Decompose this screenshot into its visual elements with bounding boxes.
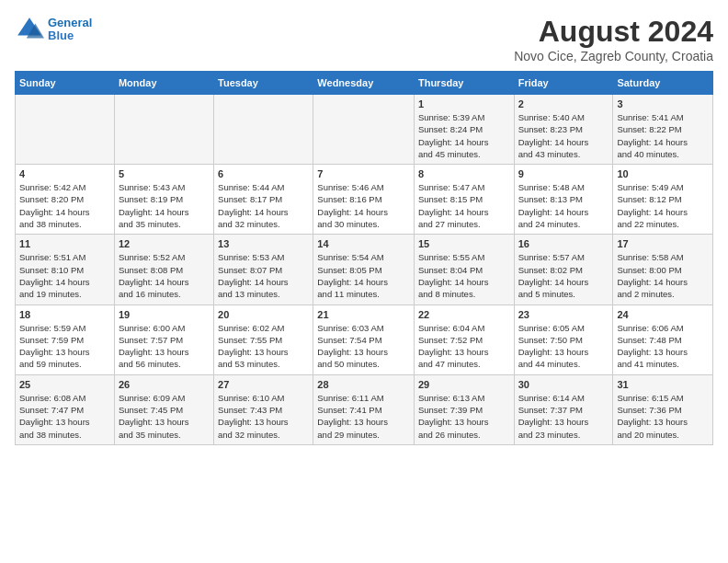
calendar-cell: 3Sunrise: 5:41 AM Sunset: 8:22 PM Daylig… xyxy=(613,95,713,165)
calendar-cell xyxy=(16,95,115,165)
day-info: Sunrise: 6:13 AM Sunset: 7:39 PM Dayligh… xyxy=(418,392,510,441)
day-info: Sunrise: 5:53 AM Sunset: 8:07 PM Dayligh… xyxy=(218,251,309,300)
calendar-cell: 9Sunrise: 5:48 AM Sunset: 8:13 PM Daylig… xyxy=(514,165,613,235)
calendar-week-row: 18Sunrise: 5:59 AM Sunset: 7:59 PM Dayli… xyxy=(16,304,713,374)
day-info: Sunrise: 5:39 AM Sunset: 8:24 PM Dayligh… xyxy=(418,111,510,160)
day-of-week-header: Thursday xyxy=(414,72,514,95)
day-info: Sunrise: 6:10 AM Sunset: 7:43 PM Dayligh… xyxy=(218,392,309,441)
calendar-cell: 1Sunrise: 5:39 AM Sunset: 8:24 PM Daylig… xyxy=(414,95,514,165)
calendar-week-row: 4Sunrise: 5:42 AM Sunset: 8:20 PM Daylig… xyxy=(16,165,713,235)
day-number: 31 xyxy=(617,379,709,390)
day-number: 11 xyxy=(19,238,110,249)
day-info: Sunrise: 6:06 AM Sunset: 7:48 PM Dayligh… xyxy=(617,322,709,371)
day-info: Sunrise: 5:49 AM Sunset: 8:12 PM Dayligh… xyxy=(617,181,709,230)
calendar-cell: 19Sunrise: 6:00 AM Sunset: 7:57 PM Dayli… xyxy=(114,304,213,374)
calendar-cell: 23Sunrise: 6:05 AM Sunset: 7:50 PM Dayli… xyxy=(514,304,613,374)
calendar-cell: 7Sunrise: 5:46 AM Sunset: 8:16 PM Daylig… xyxy=(313,165,415,235)
day-info: Sunrise: 5:46 AM Sunset: 8:16 PM Dayligh… xyxy=(317,181,410,230)
calendar-week-row: 11Sunrise: 5:51 AM Sunset: 8:10 PM Dayli… xyxy=(16,235,713,304)
calendar-cell xyxy=(114,95,213,165)
calendar-cell: 31Sunrise: 6:15 AM Sunset: 7:36 PM Dayli… xyxy=(613,374,713,444)
calendar-cell: 12Sunrise: 5:52 AM Sunset: 8:08 PM Dayli… xyxy=(114,235,213,304)
day-number: 9 xyxy=(518,168,609,179)
calendar-cell: 6Sunrise: 5:44 AM Sunset: 8:17 PM Daylig… xyxy=(214,165,313,235)
calendar-cell: 27Sunrise: 6:10 AM Sunset: 7:43 PM Dayli… xyxy=(214,374,313,444)
day-number: 26 xyxy=(119,379,210,390)
calendar-cell: 18Sunrise: 5:59 AM Sunset: 7:59 PM Dayli… xyxy=(16,304,115,374)
day-number: 4 xyxy=(19,168,110,179)
day-number: 28 xyxy=(317,379,410,390)
day-info: Sunrise: 5:44 AM Sunset: 8:17 PM Dayligh… xyxy=(218,181,309,230)
calendar-cell: 2Sunrise: 5:40 AM Sunset: 8:23 PM Daylig… xyxy=(514,95,613,165)
day-number: 30 xyxy=(518,379,609,390)
day-info: Sunrise: 5:57 AM Sunset: 8:02 PM Dayligh… xyxy=(518,251,609,300)
calendar-week-row: 1Sunrise: 5:39 AM Sunset: 8:24 PM Daylig… xyxy=(16,95,713,165)
day-info: Sunrise: 6:08 AM Sunset: 7:47 PM Dayligh… xyxy=(19,392,110,441)
day-number: 15 xyxy=(418,238,510,249)
day-number: 18 xyxy=(19,309,110,320)
calendar-cell: 8Sunrise: 5:47 AM Sunset: 8:15 PM Daylig… xyxy=(414,165,514,235)
day-info: Sunrise: 5:40 AM Sunset: 8:23 PM Dayligh… xyxy=(518,111,609,160)
day-info: Sunrise: 5:58 AM Sunset: 8:00 PM Dayligh… xyxy=(617,251,709,300)
day-info: Sunrise: 5:42 AM Sunset: 8:20 PM Dayligh… xyxy=(19,181,110,230)
day-number: 5 xyxy=(119,168,210,179)
location-subtitle: Novo Cice, Zagreb County, Croatia xyxy=(514,49,713,63)
calendar-table: SundayMondayTuesdayWednesdayThursdayFrid… xyxy=(15,71,713,445)
calendar-cell: 29Sunrise: 6:13 AM Sunset: 7:39 PM Dayli… xyxy=(414,374,514,444)
calendar-cell: 17Sunrise: 5:58 AM Sunset: 8:00 PM Dayli… xyxy=(613,235,713,304)
day-info: Sunrise: 5:52 AM Sunset: 8:08 PM Dayligh… xyxy=(119,251,210,300)
calendar-cell: 30Sunrise: 6:14 AM Sunset: 7:37 PM Dayli… xyxy=(514,374,613,444)
day-of-week-header: Sunday xyxy=(16,72,115,95)
day-of-week-header: Tuesday xyxy=(214,72,313,95)
day-number: 10 xyxy=(617,168,709,179)
calendar-cell: 15Sunrise: 5:55 AM Sunset: 8:04 PM Dayli… xyxy=(414,235,514,304)
calendar-cell: 26Sunrise: 6:09 AM Sunset: 7:45 PM Dayli… xyxy=(114,374,213,444)
day-info: Sunrise: 6:05 AM Sunset: 7:50 PM Dayligh… xyxy=(518,322,609,371)
day-info: Sunrise: 6:02 AM Sunset: 7:55 PM Dayligh… xyxy=(218,322,309,371)
day-info: Sunrise: 5:59 AM Sunset: 7:59 PM Dayligh… xyxy=(19,322,110,371)
logo: General Blue xyxy=(15,15,92,44)
calendar-cell: 13Sunrise: 5:53 AM Sunset: 8:07 PM Dayli… xyxy=(214,235,313,304)
day-of-week-header: Wednesday xyxy=(313,72,415,95)
day-number: 1 xyxy=(418,98,510,109)
day-number: 19 xyxy=(119,309,210,320)
day-number: 24 xyxy=(617,309,709,320)
day-number: 13 xyxy=(218,238,309,249)
calendar-cell: 4Sunrise: 5:42 AM Sunset: 8:20 PM Daylig… xyxy=(16,165,115,235)
calendar-cell: 11Sunrise: 5:51 AM Sunset: 8:10 PM Dayli… xyxy=(16,235,115,304)
day-info: Sunrise: 6:14 AM Sunset: 7:37 PM Dayligh… xyxy=(518,392,609,441)
day-number: 14 xyxy=(317,238,410,249)
day-number: 29 xyxy=(418,379,510,390)
day-info: Sunrise: 5:51 AM Sunset: 8:10 PM Dayligh… xyxy=(19,251,110,300)
calendar-cell: 5Sunrise: 5:43 AM Sunset: 8:19 PM Daylig… xyxy=(114,165,213,235)
day-info: Sunrise: 6:00 AM Sunset: 7:57 PM Dayligh… xyxy=(119,322,210,371)
calendar-cell xyxy=(214,95,313,165)
day-number: 22 xyxy=(418,309,510,320)
logo-text: General Blue xyxy=(48,17,92,43)
day-number: 12 xyxy=(119,238,210,249)
day-info: Sunrise: 6:03 AM Sunset: 7:54 PM Dayligh… xyxy=(317,322,410,371)
day-info: Sunrise: 6:15 AM Sunset: 7:36 PM Dayligh… xyxy=(617,392,709,441)
title-area: August 2024 Novo Cice, Zagreb County, Cr… xyxy=(514,15,713,63)
day-number: 23 xyxy=(518,309,609,320)
day-info: Sunrise: 5:54 AM Sunset: 8:05 PM Dayligh… xyxy=(317,251,410,300)
day-info: Sunrise: 6:11 AM Sunset: 7:41 PM Dayligh… xyxy=(317,392,410,441)
day-number: 16 xyxy=(518,238,609,249)
day-number: 25 xyxy=(19,379,110,390)
day-info: Sunrise: 5:41 AM Sunset: 8:22 PM Dayligh… xyxy=(617,111,709,160)
day-info: Sunrise: 5:48 AM Sunset: 8:13 PM Dayligh… xyxy=(518,181,609,230)
day-info: Sunrise: 5:47 AM Sunset: 8:15 PM Dayligh… xyxy=(418,181,510,230)
day-info: Sunrise: 6:04 AM Sunset: 7:52 PM Dayligh… xyxy=(418,322,510,371)
day-of-week-header: Monday xyxy=(114,72,213,95)
calendar-cell: 20Sunrise: 6:02 AM Sunset: 7:55 PM Dayli… xyxy=(214,304,313,374)
calendar-cell xyxy=(313,95,415,165)
calendar-cell: 24Sunrise: 6:06 AM Sunset: 7:48 PM Dayli… xyxy=(613,304,713,374)
day-info: Sunrise: 6:09 AM Sunset: 7:45 PM Dayligh… xyxy=(119,392,210,441)
day-number: 2 xyxy=(518,98,609,109)
month-year-title: August 2024 xyxy=(514,15,713,49)
calendar-cell: 10Sunrise: 5:49 AM Sunset: 8:12 PM Dayli… xyxy=(613,165,713,235)
calendar-cell: 14Sunrise: 5:54 AM Sunset: 8:05 PM Dayli… xyxy=(313,235,415,304)
day-info: Sunrise: 5:55 AM Sunset: 8:04 PM Dayligh… xyxy=(418,251,510,300)
day-number: 20 xyxy=(218,309,309,320)
day-of-week-header: Saturday xyxy=(613,72,713,95)
